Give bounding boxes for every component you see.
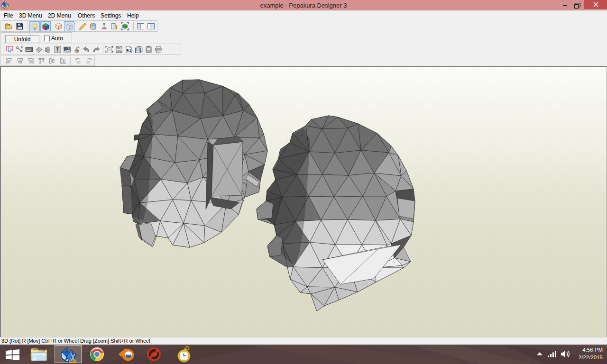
svg-text:90: 90 [86,60,90,64]
svg-text:4:56 PM: 4:56 PM [582,347,603,353]
svg-text:P.1: P.1 [127,49,131,52]
svg-text:90: 90 [76,60,80,64]
svg-text:2/22/2015: 2/22/2015 [579,355,603,360]
